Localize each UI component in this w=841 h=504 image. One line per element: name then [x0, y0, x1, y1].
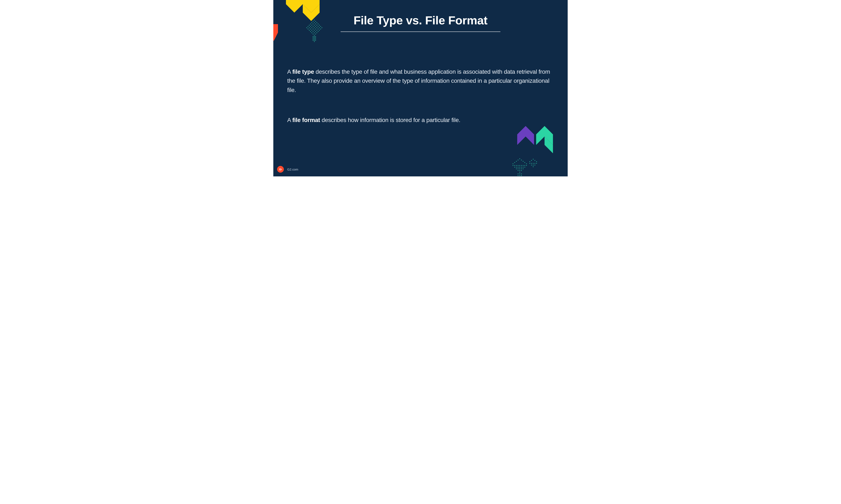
- svg-point-126: [531, 165, 532, 165]
- svg-point-62: [315, 39, 316, 39]
- svg-point-82: [518, 165, 518, 166]
- svg-point-14: [318, 23, 319, 24]
- svg-point-109: [521, 175, 522, 176]
- svg-point-45: [313, 31, 313, 32]
- paragraph-file-format: A file format describes how information …: [287, 115, 554, 125]
- text-run: A: [287, 69, 292, 75]
- svg-point-60: [313, 39, 313, 39]
- svg-point-28: [311, 27, 312, 28]
- svg-point-105: [519, 174, 520, 174]
- svg-point-86: [525, 165, 525, 166]
- svg-point-5: [314, 20, 315, 21]
- title-underline: [341, 32, 500, 32]
- footer-site-text: G2.com: [287, 167, 298, 171]
- svg-point-64: [314, 40, 315, 41]
- svg-point-125: [536, 163, 537, 164]
- svg-point-79: [513, 165, 513, 166]
- svg-point-90: [518, 167, 518, 167]
- svg-point-116: [529, 161, 530, 162]
- svg-point-41: [314, 30, 315, 31]
- bold-file-format: file format: [292, 117, 320, 123]
- svg-point-57: [313, 37, 313, 38]
- svg-point-104: [518, 174, 518, 174]
- svg-point-106: [521, 174, 522, 174]
- svg-point-66: [314, 41, 315, 42]
- svg-point-30: [316, 27, 317, 28]
- red-arrow-decoration: [273, 24, 284, 47]
- svg-point-48: [311, 32, 312, 33]
- svg-point-23: [315, 26, 316, 27]
- svg-point-55: [314, 36, 315, 37]
- g2-logo-icon: G2: [277, 166, 284, 173]
- svg-point-36: [315, 29, 316, 30]
- svg-point-46: [315, 31, 316, 32]
- svg-point-40: [311, 30, 312, 31]
- svg-point-27: [309, 27, 310, 28]
- svg-point-128: [534, 165, 535, 165]
- svg-point-80: [514, 165, 515, 166]
- text-run: describes how information is stored for …: [320, 117, 460, 123]
- svg-point-33: [308, 29, 308, 30]
- svg-point-53: [314, 35, 315, 36]
- svg-point-122: [531, 163, 532, 164]
- svg-point-73: [518, 160, 518, 160]
- svg-point-96: [518, 168, 518, 169]
- svg-point-77: [525, 162, 525, 163]
- svg-point-100: [518, 170, 518, 171]
- logo-letter-2: 2: [281, 169, 282, 170]
- svg-point-19: [319, 25, 320, 25]
- svg-point-17: [314, 25, 315, 25]
- svg-point-103: [519, 172, 520, 173]
- svg-point-42: [316, 30, 317, 31]
- svg-point-18: [316, 25, 317, 25]
- svg-point-70: [513, 163, 513, 164]
- svg-point-11: [310, 23, 311, 24]
- svg-point-63: [313, 40, 313, 41]
- svg-point-93: [523, 167, 524, 167]
- svg-point-8: [311, 22, 312, 23]
- svg-point-124: [534, 163, 535, 164]
- svg-marker-67: [517, 126, 534, 145]
- svg-point-84: [521, 165, 522, 166]
- dot-pattern-bottom: [504, 158, 540, 176]
- svg-point-121: [529, 163, 530, 164]
- svg-point-24: [318, 26, 319, 27]
- svg-point-13: [315, 23, 316, 24]
- svg-point-129: [533, 166, 534, 167]
- text-run: A: [287, 117, 292, 123]
- svg-point-59: [315, 37, 316, 38]
- svg-point-85: [523, 165, 524, 166]
- svg-point-38: [320, 29, 321, 30]
- svg-point-120: [536, 161, 537, 162]
- svg-point-123: [533, 163, 534, 164]
- svg-point-58: [314, 37, 315, 38]
- purple-teal-arrow-decoration: [513, 126, 561, 153]
- svg-point-76: [523, 161, 524, 162]
- svg-point-71: [514, 162, 515, 163]
- svg-point-51: [313, 34, 313, 34]
- svg-point-49: [314, 32, 315, 33]
- svg-point-6: [313, 21, 313, 22]
- svg-point-94: [525, 167, 525, 167]
- svg-point-50: [316, 32, 317, 33]
- svg-point-78: [526, 163, 527, 164]
- dot-pattern-top: [298, 19, 330, 53]
- slide: File Type vs. File Format A file type de…: [273, 0, 568, 176]
- svg-point-22: [313, 26, 313, 27]
- svg-point-56: [315, 36, 316, 37]
- svg-point-98: [521, 168, 522, 169]
- svg-point-83: [519, 165, 520, 166]
- svg-point-7: [315, 21, 316, 22]
- paragraph-file-type: A file type describes the type of file a…: [287, 67, 554, 94]
- svg-point-72: [516, 161, 517, 162]
- svg-point-47: [318, 31, 319, 32]
- svg-point-16: [311, 25, 312, 25]
- svg-point-87: [526, 165, 527, 166]
- svg-point-15: [309, 25, 310, 25]
- svg-point-81: [516, 165, 517, 166]
- svg-point-43: [319, 30, 320, 31]
- svg-point-25: [320, 26, 321, 27]
- svg-point-9: [314, 22, 315, 23]
- svg-point-74: [519, 158, 520, 159]
- footer: G2 G2.com: [277, 166, 298, 173]
